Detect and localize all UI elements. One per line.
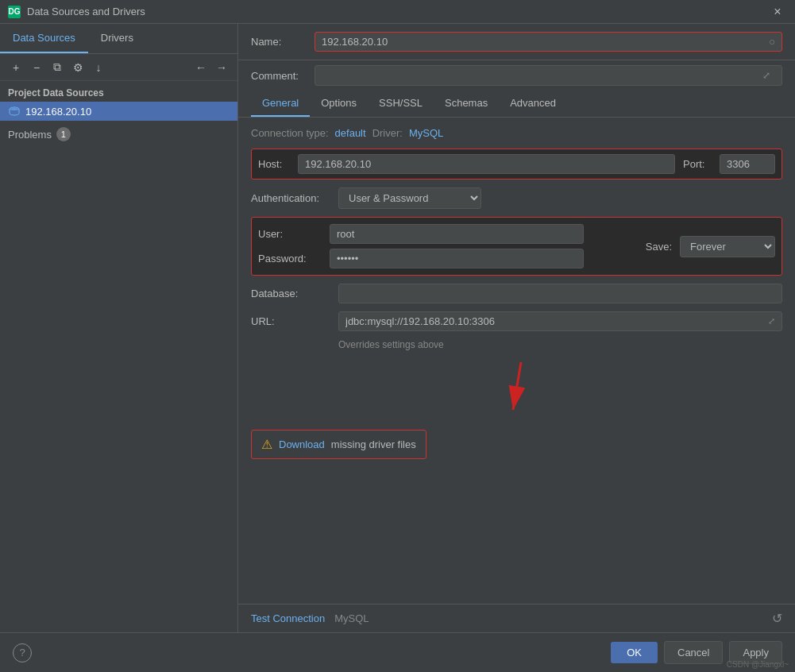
save-label: Save: — [646, 241, 672, 253]
tab-data-sources[interactable]: Data Sources — [0, 24, 88, 53]
auth-group: Authentication: User & Password No auth … — [251, 187, 782, 209]
sidebar-tabs: Data Sources Drivers — [0, 24, 237, 54]
add-datasource-button[interactable]: + — [6, 58, 25, 77]
content-area: Connection type: default Driver: MySQL H… — [238, 118, 795, 604]
ok-button[interactable]: OK — [611, 642, 658, 663]
tab-drivers[interactable]: Drivers — [88, 24, 146, 53]
cancel-button[interactable]: Cancel — [664, 641, 723, 664]
right-panel: Name: ○ Comment: ⤢ General Options SSH/S… — [238, 24, 795, 632]
mysql-label: MySQL — [334, 612, 369, 624]
host-port-section: Host: Port: — [251, 149, 782, 180]
tab-advanced[interactable]: Advanced — [499, 91, 567, 117]
remove-datasource-button[interactable]: − — [27, 58, 46, 77]
dialog-title: Data Sources and Drivers — [27, 6, 768, 17]
problems-badge: 1 — [56, 127, 71, 141]
database-label: Database: — [251, 288, 330, 299]
url-expand-icon[interactable]: ⤢ — [762, 313, 781, 330]
name-input[interactable] — [315, 33, 762, 51]
url-group: URL: ⤢ — [251, 311, 782, 331]
tab-sshssl[interactable]: SSH/SSL — [368, 91, 434, 117]
driver-value[interactable]: MySQL — [409, 127, 443, 139]
dialog-footer: ? OK Cancel Apply — [0, 632, 795, 672]
overrides-text: Overrides settings above — [338, 339, 782, 350]
tab-schemas[interactable]: Schemas — [434, 91, 499, 117]
password-input[interactable] — [330, 249, 584, 268]
settings-datasource-button[interactable]: ⚙ — [68, 58, 87, 77]
download-section: ⚠ Download missing driver files — [251, 430, 782, 459]
password-row: Password: — [258, 249, 622, 268]
auth-select[interactable]: User & Password No auth LDAP Kerberos — [338, 187, 481, 209]
download-box: ⚠ Download missing driver files — [251, 430, 426, 459]
port-input[interactable] — [720, 154, 775, 174]
app-icon-text: DG — [9, 7, 21, 16]
password-label: Password: — [258, 253, 322, 265]
host-label: Host: — [258, 158, 290, 170]
svg-line-2 — [513, 362, 521, 410]
url-label: URL: — [251, 315, 330, 327]
save-group: Save: Forever Until restart Never — [646, 236, 775, 257]
sidebar-toolbar: + − ⧉ ⚙ ↓ ← → — [0, 54, 237, 81]
conn-type-value[interactable]: default — [335, 127, 366, 139]
red-arrow — [251, 358, 782, 422]
bottom-bar: Test Connection MySQL ↺ — [238, 604, 795, 632]
svg-point-0 — [10, 108, 19, 110]
reset-icon[interactable]: ↺ — [772, 611, 782, 626]
datasource-name: 192.168.20.10 — [25, 106, 91, 118]
comment-row: Comment: ⤢ — [238, 60, 795, 91]
titlebar: DG Data Sources and Drivers × — [0, 0, 795, 24]
problems-label: Problems — [8, 129, 52, 141]
name-expand-icon: ○ — [762, 33, 781, 51]
test-connection-button[interactable]: Test Connection — [251, 612, 325, 624]
conn-type-label: Connection type: — [251, 127, 329, 139]
host-input[interactable] — [298, 154, 675, 174]
nav-forward-button[interactable]: → — [212, 58, 231, 77]
name-label: Name: — [251, 36, 307, 48]
driver-label: Driver: — [372, 127, 403, 139]
warning-icon: ⚠ — [261, 437, 272, 452]
name-section: Name: ○ — [238, 24, 795, 60]
comment-label: Comment: — [251, 70, 307, 82]
tab-general[interactable]: General — [251, 91, 310, 117]
close-button[interactable]: × — [768, 2, 787, 21]
datasource-icon — [8, 105, 21, 118]
save-select[interactable]: Forever Until restart Never — [680, 236, 775, 257]
problems-section: Problems 1 — [0, 121, 237, 148]
user-password-section: User: Password: Save: Forever — [251, 217, 782, 276]
main-content: Data Sources Drivers + − ⧉ ⚙ ↓ ← → Proje… — [0, 24, 795, 632]
user-row: User: — [258, 224, 622, 244]
comment-expand-icon[interactable]: ⤢ — [758, 68, 775, 83]
database-group: Database: — [251, 284, 782, 303]
port-label: Port: — [683, 158, 712, 170]
user-input[interactable] — [330, 224, 584, 244]
user-label: User: — [258, 228, 322, 240]
download-rest-text: missing driver files — [331, 438, 416, 450]
app-icon: DG — [8, 6, 21, 18]
tabs-bar: General Options SSH/SSL Schemas Advanced — [238, 91, 795, 118]
project-datasources-header: Project Data Sources — [0, 81, 237, 102]
copy-datasource-button[interactable]: ⧉ — [48, 58, 67, 77]
url-wrapper: ⤢ — [338, 311, 782, 331]
datasource-item[interactable]: 192.168.20.10 — [0, 102, 237, 121]
nav-arrows: ← → — [191, 58, 231, 77]
connection-info: Connection type: default Driver: MySQL — [251, 127, 782, 139]
sidebar: Data Sources Drivers + − ⧉ ⚙ ↓ ← → Proje… — [0, 24, 238, 632]
url-input[interactable] — [339, 312, 762, 330]
watermark: CSDN @Jiangxl~ — [727, 660, 789, 669]
download-link[interactable]: Download — [279, 438, 325, 450]
load-datasource-button[interactable]: ↓ — [89, 58, 108, 77]
nav-back-button[interactable]: ← — [191, 58, 210, 77]
database-input[interactable] — [338, 284, 782, 303]
dialog-window: DG Data Sources and Drivers × Data Sourc… — [0, 0, 795, 672]
help-button[interactable]: ? — [13, 643, 32, 662]
tab-options[interactable]: Options — [310, 91, 368, 117]
name-input-wrapper: ○ — [315, 32, 782, 52]
auth-label: Authentication: — [251, 192, 330, 204]
